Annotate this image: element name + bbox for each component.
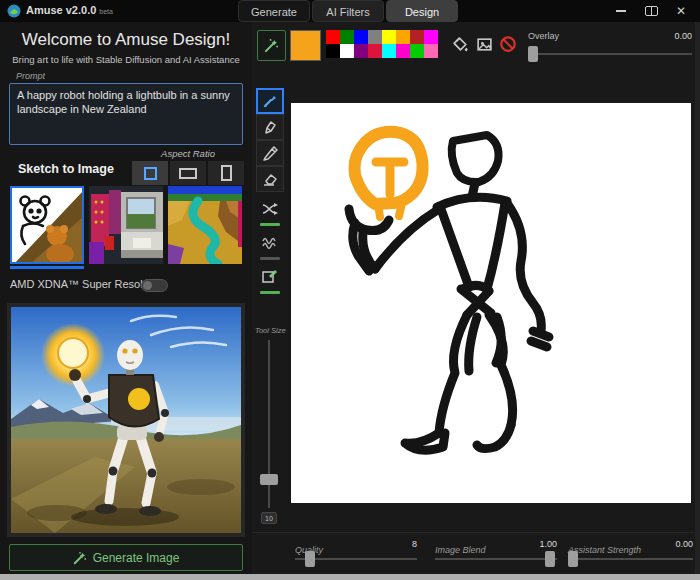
assistant-strength-value: 0.00 [675, 539, 693, 549]
insert-image-button[interactable] [474, 34, 494, 54]
wand-icon [73, 551, 87, 565]
selected-thumbnail-indicator [10, 266, 84, 269]
minimize-button[interactable] [606, 1, 636, 21]
tool-size-slider-handle[interactable] [260, 474, 278, 485]
tool-scribble[interactable] [256, 232, 284, 254]
tab-ai-filters[interactable]: AI Filters [312, 0, 384, 22]
tool-size-value: 10 [261, 512, 277, 524]
close-button[interactable]: ✕ [666, 1, 696, 21]
color-palette [326, 30, 438, 58]
sketch-to-image-label: Sketch to Image [18, 162, 114, 176]
palette-swatch[interactable] [396, 44, 410, 58]
palette-swatch[interactable] [424, 44, 438, 58]
palette-swatch[interactable] [368, 44, 382, 58]
palette-swatch[interactable] [410, 44, 424, 58]
thumbnail-interior-room[interactable] [89, 186, 163, 264]
overlay-slider[interactable] [528, 46, 692, 62]
quality-slider[interactable] [295, 551, 417, 567]
tool-edit-canvas[interactable] [256, 265, 284, 287]
thumbnail-teddy-bear[interactable] [10, 186, 84, 264]
app-logo-icon [7, 4, 21, 18]
generate-image-button[interactable]: Generate Image [9, 544, 243, 571]
aspect-ratio-label: Aspect Ratio [132, 148, 244, 159]
fill-bucket-button[interactable] [450, 34, 470, 54]
maximize-button[interactable] [636, 1, 666, 21]
aspect-landscape-button[interactable] [170, 161, 206, 185]
palette-swatch[interactable] [382, 30, 396, 44]
palette-swatch[interactable] [340, 44, 354, 58]
generated-image[interactable] [11, 307, 241, 533]
square-aspect-icon [144, 167, 157, 180]
palette-swatch[interactable] [424, 30, 438, 44]
overlay-slider-track [528, 53, 692, 55]
drawing-canvas[interactable] [291, 103, 691, 503]
image-blend-slider[interactable] [435, 551, 557, 567]
edit-canvas-active-indicator [260, 291, 280, 294]
palette-swatch[interactable] [382, 44, 396, 58]
overlay-value: 0.00 [652, 31, 692, 41]
edit-canvas-icon [261, 268, 279, 284]
assistant-strength-slider-handle[interactable] [568, 551, 578, 567]
tool-brush[interactable] [256, 88, 284, 114]
app-title: Amuse v2.0.0beta [26, 4, 113, 16]
scrollbar-strip[interactable] [695, 22, 700, 574]
palette-swatch[interactable] [326, 30, 340, 44]
marker-icon [262, 119, 278, 135]
aspect-square-button[interactable] [132, 161, 168, 185]
toggle-knob [143, 281, 152, 290]
prohibition-icon [499, 35, 517, 53]
palette-swatch[interactable] [396, 30, 410, 44]
title-bar: Amuse v2.0.0beta Generate AI Filters Des… [0, 0, 700, 22]
maximize-icon [645, 6, 658, 16]
palette-swatch[interactable] [354, 30, 368, 44]
ai-assist-button[interactable] [257, 30, 286, 61]
super-resolution-toggle[interactable] [141, 279, 168, 292]
generated-image-frame [7, 303, 245, 537]
shuffle-icon [261, 201, 279, 217]
assistant-strength-slider-group: Assistant Strength 0.00 [568, 539, 693, 557]
tool-shuffle[interactable] [256, 198, 284, 220]
thumbnail-river-landscape[interactable] [168, 186, 242, 264]
image-blend-value: 1.00 [539, 539, 557, 549]
assistant-strength-slider[interactable] [568, 551, 693, 567]
tool-eraser[interactable] [256, 166, 284, 192]
shuffle-active-indicator [260, 223, 280, 226]
image-blend-slider-group: Image Blend 1.00 [435, 539, 557, 557]
quality-slider-handle[interactable] [305, 551, 315, 567]
prompt-label: Prompt [16, 71, 45, 81]
generate-image-label: Generate Image [93, 551, 180, 565]
palette-swatch[interactable] [410, 30, 424, 44]
ai-wand-icon [264, 38, 279, 53]
palette-swatch[interactable] [340, 30, 354, 44]
image-blend-slider-handle[interactable] [545, 551, 555, 567]
palette-swatch[interactable] [368, 30, 382, 44]
close-icon: ✕ [676, 5, 686, 17]
tool-marker[interactable] [256, 114, 284, 140]
current-color-swatch[interactable] [290, 30, 321, 61]
fill-bucket-icon [452, 36, 469, 53]
prompt-input[interactable]: A happy robot holding a lightbulb in a s… [9, 83, 243, 145]
tab-generate[interactable]: Generate [238, 0, 310, 22]
palette-swatch[interactable] [354, 44, 368, 58]
landscape-aspect-icon [179, 168, 197, 179]
teddy-sketch-image [10, 186, 84, 264]
image-blend-slider-track [435, 558, 557, 560]
interior-sketch-image [89, 186, 163, 264]
tool-pen[interactable] [256, 140, 284, 166]
design-sidebar: Welcome to Amuse Design! Bring art to li… [0, 22, 252, 574]
scribble-icon [261, 235, 279, 251]
clear-canvas-button[interactable] [498, 34, 518, 54]
tool-size-label: Tool Size [255, 326, 286, 335]
quality-slider-group: Quality 8 [295, 539, 417, 557]
bottom-divider [252, 532, 700, 533]
palette-swatch[interactable] [326, 44, 340, 58]
drawing-workspace: Overlay 0.00 [252, 22, 700, 574]
image-icon [476, 36, 493, 53]
overlay-slider-handle[interactable] [528, 46, 538, 62]
brush-icon [262, 93, 278, 109]
mode-tabs: Generate AI Filters Design [238, 0, 460, 22]
beta-badge: beta [99, 8, 113, 15]
aspect-portrait-button[interactable] [208, 161, 244, 185]
tab-design[interactable]: Design [386, 0, 458, 22]
welcome-title: Welcome to Amuse Design! [0, 30, 252, 50]
